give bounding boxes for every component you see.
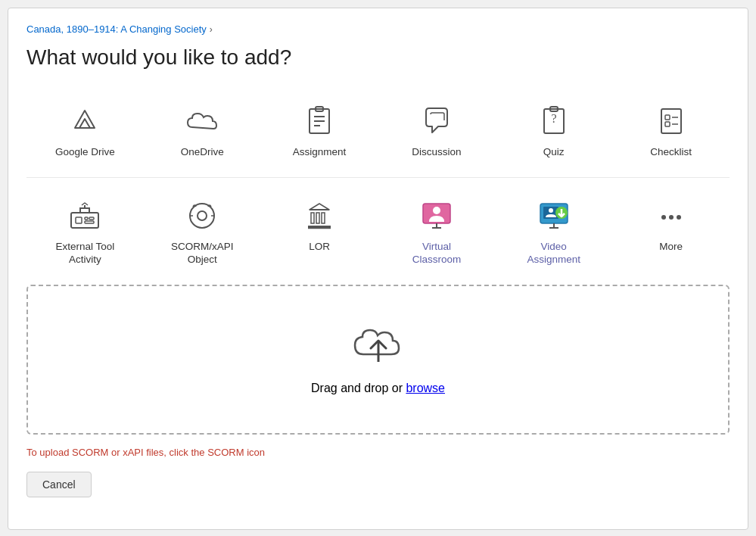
tool-onedrive[interactable]: OneDrive [144, 91, 261, 170]
virtual-classroom-label: VirtualClassroom [412, 240, 462, 266]
tool-scorm[interactable]: SCORM/xAPIObject [144, 185, 261, 277]
svg-rect-18 [89, 217, 94, 220]
onedrive-icon [185, 104, 219, 138]
tool-video-assignment[interactable]: VideoAssignment [495, 185, 612, 277]
svg-marker-0 [75, 111, 95, 128]
tool-more[interactable]: More [612, 185, 730, 277]
external-tool-icon [68, 199, 101, 232]
svg-rect-19 [85, 221, 94, 223]
video-assignment-label: VideoAssignment [527, 240, 580, 266]
tools-row-2: External ToolActivity SCORM/xAPIObject [26, 185, 730, 277]
svg-point-41 [661, 215, 666, 220]
discussion-label: Discussion [412, 145, 461, 159]
drop-zone[interactable]: Drag and drop or browse [26, 285, 730, 435]
page-title: What would you like to add? [26, 45, 730, 70]
discussion-icon [420, 104, 453, 138]
svg-rect-10 [661, 109, 681, 133]
drop-zone-text: Drag and drop or browse [311, 382, 445, 395]
google-drive-label: Google Drive [55, 145, 115, 159]
scorm-label: SCORM/xAPIObject [171, 240, 234, 266]
onedrive-label: OneDrive [181, 145, 224, 159]
svg-point-42 [669, 215, 674, 220]
external-tool-label: External ToolActivity [56, 240, 115, 266]
breadcrumb-separator: › [210, 24, 213, 35]
checklist-icon [655, 104, 688, 138]
tool-google-drive[interactable]: Google Drive [26, 91, 144, 170]
video-assignment-icon [537, 199, 571, 232]
quiz-label: Quiz [543, 145, 565, 159]
svg-rect-16 [76, 217, 82, 223]
svg-point-22 [190, 204, 214, 228]
drag-text: Drag and drop or [311, 382, 406, 394]
tool-external-tool[interactable]: External ToolActivity [26, 185, 144, 277]
upload-cloud-icon [352, 324, 405, 369]
more-label: More [659, 240, 683, 254]
lor-icon [303, 199, 336, 232]
breadcrumb-link[interactable]: Canada, 1890–1914: A Changing Society [26, 23, 207, 35]
tools-row-1: Google Drive OneDrive Assi [26, 91, 730, 170]
scorm-icon [185, 199, 219, 232]
tool-checklist[interactable]: Checklist [612, 91, 730, 170]
svg-text:?: ? [551, 112, 556, 125]
browse-link[interactable]: browse [406, 382, 445, 394]
tool-virtual-classroom[interactable]: VirtualClassroom [378, 185, 495, 277]
breadcrumb: Canada, 1890–1914: A Changing Society › [26, 23, 730, 35]
assignment-icon [303, 104, 336, 138]
svg-point-36 [549, 208, 553, 213]
svg-point-31 [433, 207, 440, 214]
virtual-classroom-icon [420, 199, 453, 232]
tool-assignment[interactable]: Assignment [261, 91, 378, 170]
more-icon [655, 199, 688, 232]
svg-rect-28 [316, 213, 319, 223]
tool-quiz[interactable]: ? Quiz [495, 91, 612, 170]
svg-rect-12 [665, 122, 670, 126]
svg-rect-27 [311, 213, 314, 223]
svg-rect-17 [85, 217, 88, 220]
tool-discussion[interactable]: Discussion [378, 91, 495, 170]
row-divider [26, 177, 730, 178]
svg-rect-29 [322, 213, 325, 223]
svg-point-23 [198, 211, 207, 220]
scorm-note: To upload SCORM or xAPI files, click the… [26, 447, 730, 458]
svg-point-43 [677, 215, 681, 220]
tool-lor[interactable]: LOR [261, 185, 378, 277]
quiz-icon: ? [537, 104, 571, 138]
svg-rect-11 [665, 115, 670, 120]
checklist-label: Checklist [650, 145, 692, 159]
add-content-modal: Canada, 1890–1914: A Changing Society › … [8, 8, 748, 530]
cancel-button[interactable]: Cancel [26, 472, 92, 497]
lor-label: LOR [309, 240, 330, 254]
assignment-label: Assignment [293, 145, 347, 159]
google-drive-icon [68, 104, 101, 138]
